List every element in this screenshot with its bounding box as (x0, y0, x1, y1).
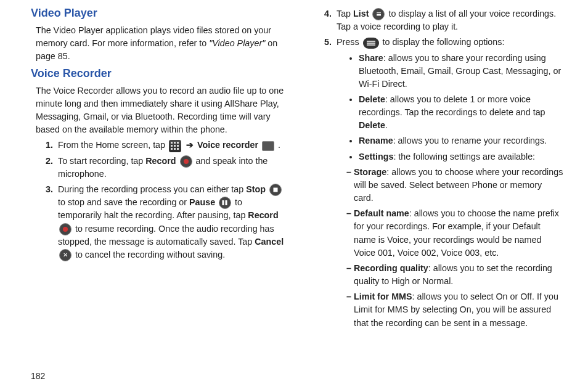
text: : allows you to delete 1 or more voice r… (359, 94, 545, 117)
label-pause: Pause (189, 197, 215, 207)
step-3: During the recording process you can eit… (55, 183, 285, 261)
setting-default-name: Default name: allows you to choose the n… (346, 207, 563, 259)
label-delete: Delete (359, 94, 385, 104)
setting-limit-mms: Limit for MMS: allows you to select On o… (346, 290, 563, 329)
heading-voice-recorder: Voice Recorder (31, 65, 285, 82)
label-recording-quality: Recording quality (354, 263, 428, 273)
stop-icon (269, 184, 282, 196)
arrow-icon: ➔ (186, 140, 194, 150)
menu-icon (363, 38, 379, 49)
label-rename: Rename (359, 136, 393, 145)
text: From the Home screen, tap (58, 140, 168, 150)
text: During the recording process you can eit… (58, 184, 246, 194)
text: Press (337, 37, 362, 47)
steps-list-left: From the Home screen, tap ➔ Voice record… (31, 139, 285, 261)
option-settings: Settings: the following settings are ava… (359, 150, 563, 330)
left-column: Video Player The Video Player applicatio… (31, 5, 285, 386)
text: to display a list of all your voice reco… (337, 9, 556, 31)
options-list: Share: allows you to share your recordin… (337, 52, 563, 330)
option-share: Share: allows you to share your recordin… (359, 52, 563, 91)
label-list: List (353, 9, 369, 18)
step-2: To start recording, tap Record and speak… (55, 155, 285, 181)
text: to display the following options: (380, 37, 505, 47)
text: To start recording, tap (58, 156, 145, 166)
apps-icon (169, 140, 181, 152)
step-4: Tap List to display a list of all your v… (334, 7, 563, 33)
label-storage: Storage (354, 167, 386, 177)
setting-recording-quality: Recording quality: allows you to set the… (346, 262, 563, 288)
label-delete-action: Delete (359, 120, 385, 130)
setting-storage: Storage: allows you to choose where your… (346, 166, 563, 205)
text: : allows you to share your recording usi… (359, 53, 561, 89)
settings-sublist: Storage: allows you to choose where your… (346, 166, 563, 330)
text: Tap (337, 9, 353, 18)
voice-recorder-app-icon (262, 141, 274, 151)
option-rename: Rename: allows you to rename your record… (359, 134, 563, 147)
text: to stop and save the recording or (58, 197, 189, 207)
option-delete: Delete: allows you to delete 1 or more v… (359, 93, 563, 132)
label-default-name: Default name (354, 208, 409, 218)
label-limit-mms: Limit for MMS (354, 292, 412, 301)
label-voice-recorder: Voice recorder (197, 140, 258, 150)
ref-video-player: "Video Player" (209, 38, 265, 48)
right-column: Tap List to display a list of all your v… (309, 5, 563, 386)
list-icon (372, 8, 385, 20)
pause-icon (219, 197, 231, 209)
cancel-icon (59, 249, 71, 261)
voice-recorder-desc: The Voice Recorder allows you to record … (36, 84, 285, 137)
text: to cancel the recording without saving. (73, 250, 225, 259)
video-player-desc: The Video Player application plays video… (36, 24, 285, 63)
steps-list-right: Tap List to display a list of all your v… (309, 7, 563, 330)
page-number: 182 (31, 371, 45, 381)
label-share: Share (359, 53, 383, 63)
text: : allows you to rename your recordings. (393, 136, 547, 145)
label-settings: Settings (359, 152, 393, 161)
label-record-resume: Record (248, 210, 278, 220)
text: to resume recording. Once the audio reco… (58, 224, 274, 247)
text: : the following settings are available: (393, 152, 535, 161)
label-record: Record (145, 156, 176, 166)
record-icon (59, 223, 71, 235)
heading-video-player: Video Player (31, 5, 285, 22)
page: Video Player The Video Player applicatio… (0, 0, 588, 392)
label-stop: Stop (246, 184, 266, 194)
record-icon (180, 155, 192, 168)
label-cancel: Cancel (255, 237, 284, 247)
step-5: Press to display the following options: … (334, 36, 563, 329)
step-1: From the Home screen, tap ➔ Voice record… (55, 139, 285, 152)
